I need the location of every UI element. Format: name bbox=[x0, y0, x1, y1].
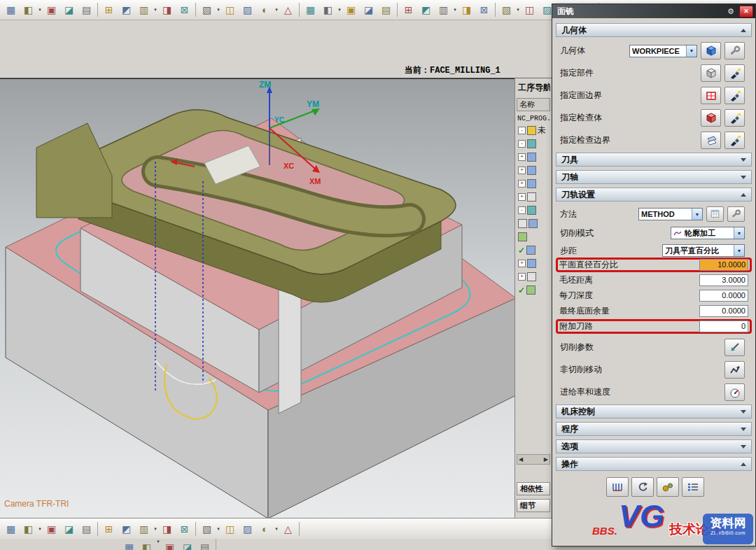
scroll-left-icon[interactable]: ◀ bbox=[519, 456, 523, 463]
section-actions[interactable]: 操作 bbox=[556, 457, 752, 471]
toolbar-icon[interactable]: ◧ bbox=[319, 1, 337, 18]
section-machine-control[interactable]: 机床控制 bbox=[556, 404, 752, 418]
toolbar-dropdown-arrow-icon[interactable]: ▾ bbox=[155, 539, 161, 550]
toolbar-dropdown-arrow-icon[interactable]: ▾ bbox=[153, 526, 158, 532]
toolbar-icon[interactable]: ◩ bbox=[417, 1, 435, 18]
toolbar-icon[interactable]: ▦ bbox=[2, 1, 20, 18]
toolbar-icon[interactable]: ⊠ bbox=[475, 1, 493, 18]
new-method-button[interactable] bbox=[706, 206, 724, 222]
chevron-up-icon[interactable] bbox=[741, 463, 746, 466]
toolbar-icon[interactable]: ◨ bbox=[158, 521, 176, 537]
toolbar-icon[interactable]: ⊠ bbox=[176, 1, 193, 18]
chevron-down-icon[interactable]: ▼ bbox=[686, 45, 696, 57]
navigator-tree-row[interactable]: + bbox=[517, 177, 550, 190]
toolbar-icon[interactable]: ◫ bbox=[221, 521, 239, 537]
toolbar-icon[interactable]: ▦ bbox=[302, 1, 319, 18]
toolbar-icon[interactable]: ▦ bbox=[2, 521, 20, 537]
section-program[interactable]: 程序 bbox=[556, 422, 752, 436]
toolbar-icon[interactable]: ◨ bbox=[458, 1, 475, 18]
toolbar-dropdown-arrow-icon[interactable]: ▾ bbox=[216, 7, 221, 13]
navigator-tree-row[interactable]: + bbox=[517, 150, 550, 164]
toolbar-icon[interactable]: △ bbox=[279, 1, 297, 18]
toolbar-icon[interactable]: ◨ bbox=[158, 1, 176, 18]
toolbar-icon[interactable]: ◪ bbox=[360, 1, 377, 18]
toolbar-icon[interactable]: ◧ bbox=[20, 521, 37, 537]
navigator-name-column-header[interactable]: 名称 bbox=[517, 98, 550, 111]
expand-icon[interactable]: + bbox=[518, 167, 526, 174]
toolbar-icon[interactable]: ⊞ bbox=[400, 1, 417, 18]
replay-toolpath-button[interactable] bbox=[631, 477, 654, 497]
dialog-options-gear-icon[interactable]: ⚙ bbox=[724, 6, 737, 17]
toolbar-icon[interactable]: ⊞ bbox=[100, 521, 118, 537]
collapse-icon[interactable]: - bbox=[518, 127, 526, 134]
collapse-icon[interactable]: - bbox=[518, 140, 526, 148]
toolbar-dropdown-arrow-icon[interactable]: ▾ bbox=[274, 526, 279, 532]
highlight-check-body-button[interactable] bbox=[724, 109, 745, 127]
navigator-tree-row[interactable]: + bbox=[517, 270, 550, 283]
final-floor-stock-input[interactable]: 0.0000 bbox=[699, 305, 748, 317]
toolbar-dropdown-arrow-icon[interactable]: ▾ bbox=[37, 7, 43, 13]
toolbar-icon[interactable]: △ bbox=[279, 521, 297, 537]
dependencies-bar[interactable]: 相依性 bbox=[517, 482, 550, 495]
select-check-boundary-button[interactable] bbox=[701, 132, 721, 149]
toolbar-icon[interactable]: ▧ bbox=[498, 1, 515, 18]
navigator-tree-row[interactable]: - bbox=[517, 204, 550, 217]
non-cutting-moves-button[interactable] bbox=[724, 361, 745, 379]
additional-passes-input[interactable]: 0 bbox=[699, 320, 748, 332]
cutting-params-button[interactable] bbox=[724, 339, 745, 356]
chevron-down-icon[interactable] bbox=[741, 176, 746, 179]
chevron-up-icon[interactable] bbox=[741, 29, 746, 32]
dialog-titlebar[interactable]: 面铣 ⚙ ✕ bbox=[552, 4, 755, 18]
details-bar[interactable]: 细节 bbox=[517, 499, 550, 512]
select-face-boundary-button[interactable] bbox=[701, 87, 721, 104]
select-part-button[interactable] bbox=[701, 64, 721, 82]
section-tool-axis[interactable]: 刀轴 bbox=[556, 170, 752, 184]
toolbar-icon[interactable]: ◐ bbox=[256, 521, 274, 537]
toolbar-icon[interactable]: ◧ bbox=[138, 539, 155, 550]
toolbar-icon[interactable]: ◫ bbox=[221, 1, 239, 18]
chevron-down-icon[interactable]: ▼ bbox=[734, 245, 744, 256]
toolbar-icon[interactable]: ▣ bbox=[43, 1, 60, 18]
section-path-settings[interactable]: 刀轨设置 bbox=[556, 188, 752, 202]
toolbar-icon[interactable]: ◫ bbox=[521, 1, 538, 18]
chevron-down-icon[interactable] bbox=[741, 428, 746, 431]
toolbar-icon[interactable]: ▤ bbox=[196, 539, 214, 550]
toolbar-icon[interactable]: ◧ bbox=[20, 1, 37, 18]
navigator-tree-row[interactable]: + bbox=[517, 164, 550, 177]
section-tool[interactable]: 刀具 bbox=[556, 153, 752, 167]
toolbar-icon[interactable]: ▣ bbox=[161, 539, 178, 550]
navigator-tree-row[interactable]: ✓ bbox=[517, 244, 550, 257]
navigator-tree-row[interactable] bbox=[517, 217, 550, 230]
blank-distance-input[interactable]: 3.0000 bbox=[699, 274, 748, 286]
depth-per-cut-input[interactable]: 0.0000 bbox=[699, 290, 748, 302]
toolbar-icon[interactable]: ▥ bbox=[135, 521, 153, 537]
verify-toolpath-button[interactable] bbox=[657, 477, 679, 497]
expand-icon[interactable]: + bbox=[518, 153, 526, 161]
toolbar-dropdown-arrow-icon[interactable]: ▾ bbox=[452, 7, 458, 13]
chevron-down-icon[interactable] bbox=[741, 410, 746, 414]
select-check-body-button[interactable] bbox=[701, 109, 721, 127]
toolbar-icon[interactable]: ◐ bbox=[256, 1, 274, 18]
toolbar-dropdown-arrow-icon[interactable]: ▾ bbox=[337, 7, 342, 13]
toolbar-icon[interactable]: ▣ bbox=[342, 1, 360, 18]
chevron-down-icon[interactable] bbox=[741, 445, 746, 449]
expand-icon[interactable]: + bbox=[518, 273, 526, 281]
expand-icon[interactable]: + bbox=[518, 260, 526, 267]
navigator-tree-row[interactable] bbox=[517, 230, 550, 244]
toolbar-icon[interactable]: ▤ bbox=[78, 521, 95, 537]
toolbar-dropdown-arrow-icon[interactable]: ▾ bbox=[153, 7, 158, 13]
navigator-root-node[interactable]: NC_PROG... bbox=[517, 115, 550, 122]
navigator-tree-row[interactable]: - bbox=[517, 137, 550, 150]
toolbar-dropdown-arrow-icon[interactable]: ▾ bbox=[274, 7, 279, 13]
toolbar-dropdown-arrow-icon[interactable]: ▾ bbox=[515, 7, 521, 13]
chevron-down-icon[interactable]: ▼ bbox=[692, 209, 702, 220]
section-geometry[interactable]: 几何体 bbox=[556, 23, 752, 37]
toolbar-icon[interactable]: ◪ bbox=[178, 539, 196, 550]
toolbar-icon[interactable]: ▤ bbox=[78, 1, 95, 18]
toolbar-icon[interactable]: ◪ bbox=[60, 521, 78, 537]
generate-toolpath-button[interactable] bbox=[606, 477, 629, 497]
highlight-face-boundary-button[interactable] bbox=[724, 87, 745, 104]
toolbar-icon[interactable]: ◩ bbox=[118, 521, 135, 537]
toolbar-icon[interactable]: ◪ bbox=[60, 1, 78, 18]
stepover-combobox[interactable]: 刀具平直百分比 ▼ bbox=[662, 244, 745, 257]
